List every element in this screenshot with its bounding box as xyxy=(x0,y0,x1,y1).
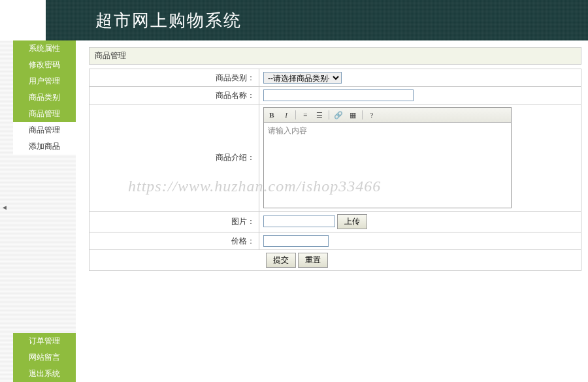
help-icon[interactable]: ? xyxy=(367,110,377,120)
link-icon[interactable]: 🔗 xyxy=(333,110,344,120)
desc-label: 商品介绍： xyxy=(90,104,259,212)
main-content: 商品管理 商品类别： --请选择商品类别-- 商品名称： 商品介绍： xyxy=(76,40,588,382)
toolbar-separator xyxy=(329,110,329,119)
sidebar-item-user-mgmt[interactable]: 用户管理 xyxy=(13,73,76,89)
sidebar-item-change-password[interactable]: 修改密码 xyxy=(13,57,76,73)
price-label: 价格： xyxy=(90,232,259,250)
reset-button[interactable]: 重置 xyxy=(298,253,328,268)
panel-title: 商品管理 xyxy=(89,47,581,65)
sidebar-collapse-icon[interactable]: ◄ xyxy=(1,204,8,211)
toolbar-separator xyxy=(295,110,296,119)
bold-icon[interactable]: B xyxy=(267,110,277,120)
italic-icon[interactable]: I xyxy=(281,110,291,120)
sidebar-item-product-mgmt-header[interactable]: 商品管理 xyxy=(13,106,76,122)
name-input[interactable] xyxy=(263,89,414,101)
toolbar-separator xyxy=(362,110,363,119)
sidebar: 系统属性修改密码用户管理商品类别商品管理商品管理添加商品 ◄ 订单管理网站留言退… xyxy=(0,40,76,382)
ordered-list-icon[interactable]: ≡ xyxy=(300,110,310,120)
product-form: 商品类别： --请选择商品类别-- 商品名称： 商品介绍： B I xyxy=(89,69,581,271)
category-label: 商品类别： xyxy=(90,69,259,87)
price-input[interactable] xyxy=(263,235,329,247)
sidebar-item-add-product[interactable]: 添加商品 xyxy=(13,138,76,155)
name-label: 商品名称： xyxy=(90,87,259,104)
image-input[interactable] xyxy=(263,215,335,227)
sidebar-item-product-category[interactable]: 商品类别 xyxy=(13,89,76,106)
upload-button[interactable]: 上传 xyxy=(337,214,367,229)
category-select[interactable]: --请选择商品类别-- xyxy=(263,72,342,84)
image-label: 图片： xyxy=(90,212,259,232)
rich-editor: B I ≡ ☰ 🔗 ▦ ? 请输入内容 xyxy=(263,107,512,208)
unordered-list-icon[interactable]: ☰ xyxy=(314,110,325,120)
editor-body[interactable]: 请输入内容 xyxy=(264,123,511,208)
sidebar-item-product-mgmt[interactable]: 商品管理 xyxy=(13,122,76,138)
sidebar-item-system-props[interactable]: 系统属性 xyxy=(13,40,76,57)
sidebar-item-order-mgmt[interactable]: 订单管理 xyxy=(13,333,76,349)
sidebar-item-logout[interactable]: 退出系统 xyxy=(13,366,76,382)
submit-button[interactable]: 提交 xyxy=(266,253,296,268)
image-icon[interactable]: ▦ xyxy=(348,110,358,120)
sidebar-item-site-messages[interactable]: 网站留言 xyxy=(13,349,76,366)
app-header: 超市网上购物系统 xyxy=(46,0,588,40)
editor-toolbar: B I ≡ ☰ 🔗 ▦ ? xyxy=(264,108,511,123)
app-title: 超市网上购物系统 xyxy=(95,9,242,32)
